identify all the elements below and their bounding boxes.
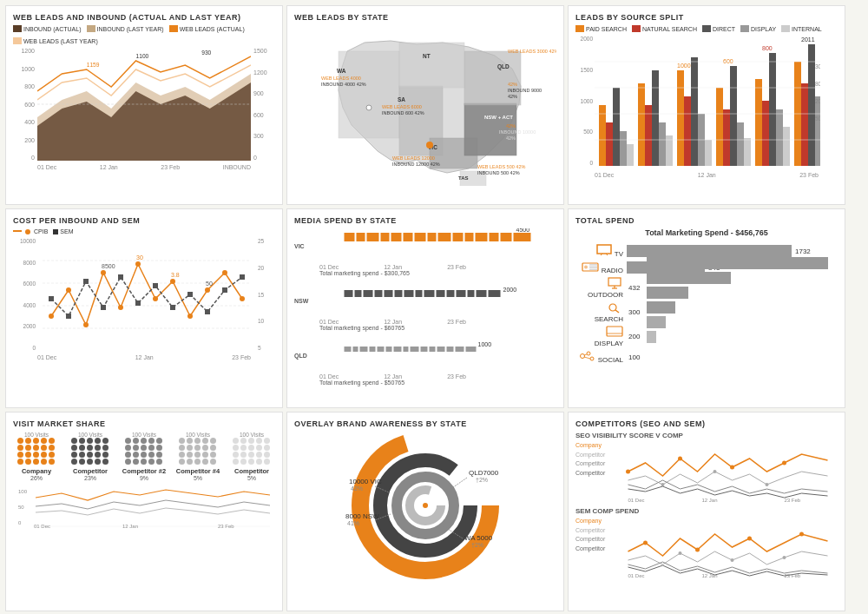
svg-text:QLD7000: QLD7000 — [469, 469, 499, 477]
svg-rect-6 — [339, 51, 399, 138]
web-leads-legend: INBOUND (ACTUAL) INBOUND (LAST YEAR) WEB… — [13, 25, 275, 44]
svg-rect-132 — [404, 290, 414, 297]
dot — [148, 445, 155, 451]
svg-rect-133 — [416, 290, 423, 297]
spend-label-social: SOCIAL — [575, 350, 623, 364]
legend-label-direct: DIRECT — [713, 26, 735, 32]
legend-webleads-ly: WEB LEADS (LAST YEAR) — [13, 37, 98, 44]
comp1-name: Competitor — [73, 467, 108, 475]
dot — [49, 459, 55, 465]
dot — [256, 438, 262, 444]
comp3-name: Competitor #4 — [176, 467, 220, 475]
dot — [256, 452, 262, 458]
inbound-label: INBOUND — [223, 164, 251, 170]
dot — [141, 438, 147, 444]
dot — [125, 438, 131, 444]
x-label: 01 Dec — [37, 354, 56, 360]
svg-rect-130 — [385, 290, 393, 297]
dot — [133, 445, 139, 451]
svg-rect-95 — [66, 314, 71, 319]
comp2-visits: 100 Visits — [132, 432, 156, 438]
spend-label-outdoor: OUTDOOR — [575, 277, 623, 299]
dot — [264, 438, 270, 444]
legend-paid: PAID SEARCH — [575, 25, 627, 32]
svg-rect-136 — [447, 290, 455, 297]
x-label: 23 Feb — [799, 172, 819, 178]
svg-rect-134 — [424, 290, 435, 297]
svg-rect-119 — [453, 233, 464, 241]
market-competitor3: 100 Visits — [174, 432, 221, 481]
panel-cost-title: COST PER INBOUND AND SEM — [13, 216, 275, 225]
svg-rect-124 — [514, 233, 531, 241]
legend-color-direct — [702, 25, 711, 32]
legend-label-cpib: CPIB — [34, 228, 48, 234]
media-vic-chart: 4500 — [319, 228, 556, 263]
dot — [194, 459, 201, 465]
x-axis-wl: 01 Dec 12 Jan 23 Feb INBOUND — [13, 162, 275, 170]
seo-legend-comp1: Competitor — [575, 451, 615, 460]
svg-text:600: 600 — [723, 58, 733, 64]
comp4-dots — [233, 438, 271, 465]
svg-rect-120 — [465, 233, 474, 241]
legend-sem: SEM — [53, 228, 73, 234]
dot — [102, 438, 108, 444]
dot — [248, 445, 254, 451]
sem-svg: 01 Dec 12 Jan 23 Feb — [618, 517, 838, 578]
dot — [187, 445, 193, 451]
dot — [49, 445, 55, 451]
australia-map-container: WA WEB LEADS 4000 INBOUND 4000 42% SA WE… — [294, 25, 556, 186]
svg-point-213 — [695, 548, 700, 552]
svg-rect-139 — [477, 290, 487, 297]
legend-display: DISPLAY — [740, 25, 776, 32]
svg-text:50: 50 — [206, 281, 213, 287]
svg-text:QLD: QLD — [497, 63, 510, 70]
dot — [233, 452, 239, 458]
svg-text:2011: 2011 — [801, 36, 815, 43]
social-icon — [578, 350, 595, 362]
svg-text:1000: 1000 — [677, 63, 691, 69]
svg-rect-146 — [378, 347, 385, 352]
total-spend-header: Total Marketing Spend - $456,765 — [575, 228, 838, 237]
svg-rect-100 — [153, 283, 158, 288]
dot — [141, 452, 147, 458]
dot — [125, 459, 131, 465]
svg-rect-11 — [399, 43, 464, 88]
dot — [17, 438, 23, 444]
svg-point-214 — [747, 537, 752, 541]
dot — [248, 459, 254, 465]
dot — [71, 452, 77, 458]
svg-rect-67 — [808, 44, 815, 166]
dot — [33, 438, 39, 444]
dot — [148, 438, 155, 444]
seo-svg: 01 Dec 12 Jan 23 Feb — [618, 441, 838, 502]
legend-webleads-actual: WEB LEADS (ACTUAL) — [169, 25, 245, 32]
svg-rect-45 — [659, 122, 666, 166]
bar-radio — [647, 272, 731, 284]
svg-rect-116 — [415, 233, 426, 241]
svg-text:3.8: 3.8 — [171, 272, 180, 278]
dot — [148, 452, 155, 458]
legend-natural: NATURAL SEARCH — [632, 25, 697, 32]
svg-text:500: 500 — [815, 116, 820, 122]
svg-text:8000 NSW: 8000 NSW — [345, 512, 379, 520]
svg-line-176 — [584, 354, 587, 355]
media-vic-svg: 4500 — [319, 228, 556, 263]
panel-total-spend: TOTAL SPEND Total Marketing Spend - $456… — [568, 208, 845, 408]
svg-rect-66 — [801, 83, 808, 166]
dot — [156, 445, 162, 451]
dot — [210, 445, 216, 451]
legend-color-inbound-ly — [87, 25, 95, 32]
svg-rect-148 — [394, 347, 402, 352]
spend-label-search: SEARCH — [575, 301, 623, 323]
svg-rect-47 — [677, 70, 684, 166]
svg-rect-105 — [240, 274, 245, 280]
svg-point-218 — [783, 556, 786, 559]
dot — [240, 445, 247, 451]
media-nsw-label: NSW — [294, 298, 316, 304]
sem-chart: 01 Dec 12 Jan 23 Feb — [618, 517, 838, 579]
svg-rect-166 — [608, 278, 621, 286]
svg-text:INBOUND 9000: INBOUND 9000 — [508, 88, 542, 93]
svg-rect-111 — [357, 233, 365, 241]
panel-web-leads-state-title: WEB LEADS BY STATE — [294, 13, 556, 22]
comp4-pct: 5% — [247, 475, 256, 481]
